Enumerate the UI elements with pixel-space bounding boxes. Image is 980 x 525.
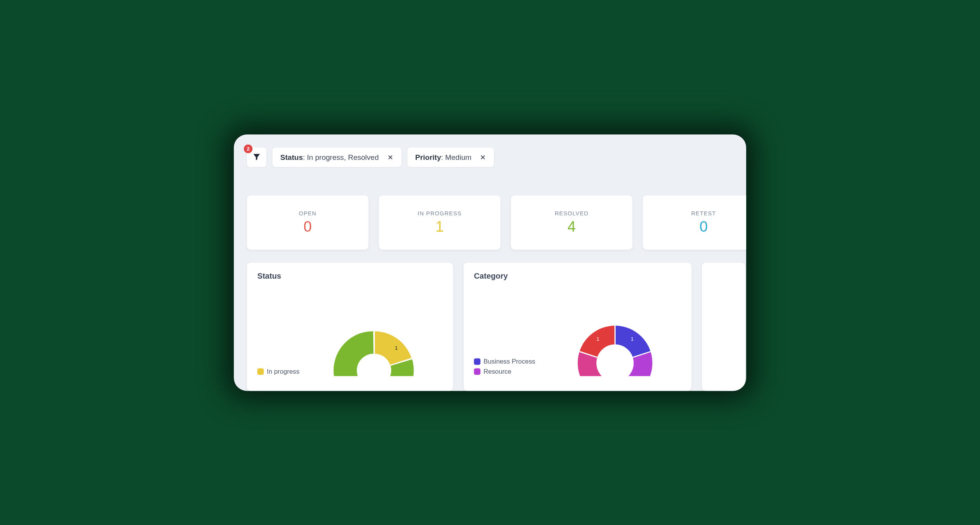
stat-card-resolved[interactable]: RESOLVED 4 (511, 195, 633, 250)
stat-card-in-progress[interactable]: IN PROGRESS 1 (379, 195, 500, 250)
filter-bar: 2 Status: In progress, Resolved Priority… (247, 147, 733, 167)
funnel-icon (252, 152, 261, 162)
chart-title: Category (474, 271, 681, 281)
filter-chip-label: Status: In progress, Resolved (280, 153, 379, 161)
stat-label: RETEST (691, 210, 716, 217)
filter-chip-status[interactable]: Status: In progress, Resolved (273, 147, 401, 167)
stat-value: 0 (304, 218, 312, 235)
stat-value: 4 (568, 218, 576, 235)
filter-chip-priority[interactable]: Priority: Medium (407, 147, 494, 167)
slice-label: 1 (597, 336, 600, 341)
filter-count-badge: 2 (244, 144, 252, 153)
stat-value: 1 (435, 218, 443, 235)
status-donut-chart: 1 (306, 282, 443, 376)
legend-label: Business Process (483, 358, 535, 365)
chart-title: Status (257, 271, 443, 281)
legend-label: Resource (483, 368, 511, 375)
slice-label: 1 (395, 345, 398, 350)
filter-button[interactable]: 2 (247, 147, 266, 167)
close-icon[interactable] (478, 152, 488, 162)
slice-label: 1 (631, 336, 634, 341)
chart-panels-row: Status In progress (247, 263, 746, 391)
legend-label: In progress (267, 368, 299, 375)
legend-swatch (474, 358, 481, 365)
stat-label: OPEN (299, 210, 317, 217)
chart-legend: Business Process Resource (474, 358, 535, 376)
stat-cards-row: OPEN 0 IN PROGRESS 1 RESOLVED 4 RETEST 0 (247, 195, 746, 250)
stat-label: RESOLVED (555, 210, 588, 217)
chart-legend: In progress (257, 368, 300, 376)
legend-item[interactable]: Business Process (474, 358, 535, 365)
legend-item[interactable]: Resource (474, 368, 535, 375)
legend-swatch (474, 368, 481, 375)
legend-swatch (257, 368, 264, 375)
category-donut-chart: 1 1 (542, 282, 681, 376)
stat-card-retest[interactable]: RETEST 0 (643, 195, 746, 250)
filter-chip-label: Priority: Medium (415, 153, 471, 161)
chart-card-status: Status In progress (247, 263, 453, 391)
stat-value: 0 (699, 218, 707, 235)
chart-card-extra (702, 263, 745, 391)
chart-card-category: Category Business Process Resource (464, 263, 692, 391)
stat-label: IN PROGRESS (418, 210, 461, 217)
legend-item[interactable]: In progress (257, 368, 300, 375)
close-icon[interactable] (385, 152, 395, 162)
stat-card-open[interactable]: OPEN 0 (247, 195, 369, 250)
app-window: 2 Status: In progress, Resolved Priority… (234, 134, 746, 391)
